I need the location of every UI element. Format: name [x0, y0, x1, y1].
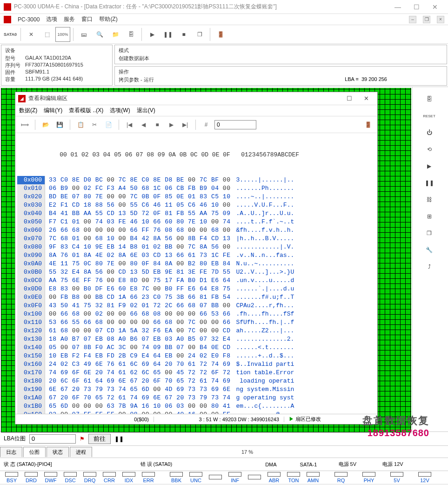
lba-go-button[interactable]: 前往 [88, 434, 111, 444]
hex-row[interactable]: 0x16024 02 C3 49 6E 76 61 6C 69 64 20 70… [17, 360, 375, 369]
hex-row[interactable]: 0x0D0E8 83 00 B0 DF E6 60 E8 7C 00 B0 FF… [17, 285, 375, 293]
hex-first-icon[interactable]: |◀ [124, 119, 135, 130]
side-db-icon[interactable]: 🗄 [422, 92, 437, 107]
hex-row[interactable]: 0x050F7 C1 01 00 74 03 FE 46 10 66 60 80… [17, 218, 375, 226]
percent-icon[interactable]: 100% [55, 27, 70, 42]
maximize-button[interactable]: ☐ [407, 0, 426, 13]
hex-goto-input[interactable] [214, 120, 256, 129]
hex-row[interactable]: 0x00033 C0 8E D0 BC 00 7C 8E C0 8E D8 BE… [17, 176, 375, 184]
mdi-close-button[interactable]: × [437, 16, 444, 23]
hex-stop-icon[interactable]: ■ [152, 119, 163, 130]
jar-icon[interactable]: ⬚ [40, 27, 54, 42]
tab-status[interactable]: 状态 [47, 447, 69, 457]
hex-row[interactable]: 0x10000 66 68 00 02 00 00 66 68 08 00 00… [17, 310, 375, 318]
side-power-icon[interactable]: ⏻ [422, 125, 437, 140]
led-IDX: IDX [120, 472, 138, 483]
stop-button[interactable]: ■ [176, 27, 191, 42]
hex-next-icon[interactable]: ▶ [166, 119, 177, 130]
side-grid-icon[interactable]: ⊞ [422, 209, 437, 224]
menu-app[interactable]: PC-3000 [18, 16, 40, 23]
hex-row[interactable]: 0x06026 66 68 00 00 00 00 66 FF 76 08 68… [17, 226, 375, 235]
hex-ascii: |h..h...B.V..... [230, 235, 294, 243]
hex-row[interactable]: 0x040B4 41 BB AA 55 CD 13 5D 72 0F 81 FB… [17, 209, 375, 218]
folder-icon[interactable]: 📁 [108, 27, 123, 42]
hex-row[interactable]: 0x18020 6C 6F 61 64 69 6E 67 20 6F 70 65… [17, 377, 375, 385]
mdi-minimize-button[interactable]: – [409, 16, 416, 23]
hex-menu-template[interactable]: 查看模版 ..(X) [69, 107, 103, 115]
hex-row[interactable]: 0x0C0AA 75 6E FF 76 00 E8 8D 00 75 17 FA… [17, 276, 375, 285]
hex-row[interactable]: 0x12061 68 00 00 07 CD 1A 5A 32 F6 EA 00… [17, 327, 375, 335]
hex-row[interactable]: 0x020BD BE 07 80 7E 00 00 7C 0B 0F 85 0E… [17, 193, 375, 201]
tab-log[interactable]: 日志 [0, 447, 22, 457]
db-icon[interactable]: 🗄 [124, 27, 139, 42]
hex-row[interactable]: 0x1B065 6D 00 00 00 63 7B 9A 16 10 06 03… [17, 402, 375, 411]
hex-grid[interactable]: 00 01 02 03 04 05 06 07 08 09 0A 0B 0C 0… [15, 133, 377, 414]
side-arrow-icon[interactable]: ⤴ [422, 259, 437, 274]
tab-bitmap[interactable]: 位图 [23, 447, 46, 457]
hex-address: 0x0A0 [17, 260, 45, 268]
exit-icon[interactable]: 🚪 [213, 27, 228, 42]
hex-copy-icon[interactable]: 📋 [75, 119, 86, 130]
tool-icon[interactable]: ✕ [24, 27, 39, 42]
hex-menu-options[interactable]: 选项(W) [110, 107, 130, 115]
hex-connector-icon[interactable]: ⟾ [19, 119, 30, 130]
copy-icon[interactable]: ❐ [192, 27, 207, 42]
hex-row[interactable]: 0x0809F 83 C4 10 9E EB 14 B8 01 02 BB 00… [17, 243, 375, 251]
side-tool-icon[interactable]: 🔧 [422, 242, 437, 257]
hex-bytes: 6E 67 20 73 79 73 74 65 6D 00 4D 69 73 7… [45, 385, 230, 394]
hex-max-button[interactable]: ☐ [341, 95, 358, 102]
side-zoom-icon[interactable]: ⟲ [422, 142, 437, 157]
hex-row[interactable]: 0x11053 66 55 66 68 00 00 00 00 66 68 00… [17, 318, 375, 327]
hex-save-icon[interactable]: 💾 [54, 119, 65, 130]
lba-pause-icon[interactable]: ❚❚ [114, 436, 124, 442]
hex-prev-icon[interactable]: ◀ [138, 119, 149, 130]
side-copy-icon[interactable]: ❐ [422, 226, 437, 241]
play-button[interactable]: ▶ [145, 27, 160, 42]
side-pause-icon[interactable]: ❚❚ [422, 175, 437, 190]
menu-help[interactable]: 帮助(Z) [99, 15, 117, 23]
side-reset-icon[interactable]: RESET [422, 108, 437, 123]
pause-button[interactable]: ❚❚ [160, 27, 175, 42]
mdi-restore-button[interactable]: ❐ [423, 16, 430, 23]
lba-input[interactable] [29, 434, 76, 444]
disk-icon[interactable]: 🖴 [76, 27, 91, 42]
hex-row[interactable]: 0x13018 A0 B7 07 EB 08 A0 B6 07 EB 03 A0… [17, 335, 375, 344]
hex-menu-data[interactable]: 数据(Z) [19, 107, 37, 115]
side-chain-icon[interactable]: ⛓ [422, 192, 437, 207]
menu-window[interactable]: 窗口 [81, 15, 93, 23]
hex-cut-icon[interactable]: ✂ [89, 119, 100, 130]
hex-exit-icon[interactable]: 🚪 [362, 119, 374, 130]
hex-row[interactable]: 0x1A067 20 6F 70 65 72 61 74 69 6E 67 20… [17, 394, 375, 402]
hex-row[interactable]: 0x17074 69 6F 6E 20 74 61 62 6C 65 00 45… [17, 369, 375, 377]
minimize-button[interactable]: — [388, 0, 407, 13]
hex-row[interactable]: 0x0A04E 11 75 0C 80 7E 00 80 0F 84 8A 00… [17, 260, 375, 268]
hex-paste-icon[interactable]: 📄 [103, 119, 114, 130]
lba-flag-icon[interactable]: ⚑ [80, 436, 85, 442]
menu-service[interactable]: 服务 [64, 15, 75, 23]
hex-last-icon[interactable]: ▶| [180, 119, 191, 130]
binoculars-icon[interactable]: 🔍 [92, 27, 107, 42]
hex-row[interactable]: 0x01006 B9 00 02 FC F3 A4 50 68 1C 06 CB… [17, 184, 375, 193]
hex-row[interactable]: 0x0F043 50 41 75 32 81 F9 02 01 72 2C 66… [17, 302, 375, 310]
hex-row[interactable]: 0x1C002 00 07 FE FF FF 00 08 00 00 00 40… [17, 411, 375, 414]
hex-close-button[interactable]: ✕ [358, 95, 374, 102]
close-button[interactable]: ✕ [426, 0, 444, 13]
hex-row[interactable]: 0x1906E 67 20 73 79 73 74 65 6D 00 4D 69… [17, 385, 375, 394]
hex-row[interactable]: 0x0908A 76 01 8A 4E 02 8A 6E 03 CD 13 66… [17, 251, 375, 260]
hex-row[interactable]: 0x15010 EB F2 F4 EB FD 2B C9 E4 64 EB 00… [17, 352, 375, 360]
hex-open-icon[interactable]: 📂 [40, 119, 51, 130]
side-play-icon[interactable]: ▶ [422, 159, 437, 174]
hex-address: 0x1B0 [17, 402, 45, 411]
menu-options[interactable]: 选项 [46, 15, 57, 23]
hex-menu-edit[interactable]: 编辑(Y) [44, 107, 62, 115]
hex-menu-exit[interactable]: 退出(V) [137, 107, 155, 115]
hex-row[interactable]: 0x14005 00 07 8B F0 AC 3C 00 74 09 BB 07… [17, 344, 375, 352]
tab-process[interactable]: 进程 [70, 447, 92, 457]
hex-row[interactable]: 0x030E2 F1 CD 18 88 56 00 55 C6 46 11 05… [17, 201, 375, 209]
hex-row[interactable]: 0x0B055 32 E4 8A 56 00 CD 13 5D EB 9E 81… [17, 268, 375, 276]
hex-address: 0x080 [17, 243, 45, 251]
hex-grid-icon[interactable]: # [201, 119, 212, 130]
hex-row[interactable]: 0x0707C 68 01 00 68 10 00 B4 42 8A 56 00… [17, 235, 375, 243]
hex-row[interactable]: 0x0E000 FB B8 00 BB CD 1A 66 23 C0 75 3B… [17, 293, 375, 302]
sata-button[interactable]: SATA0 [3, 27, 18, 42]
